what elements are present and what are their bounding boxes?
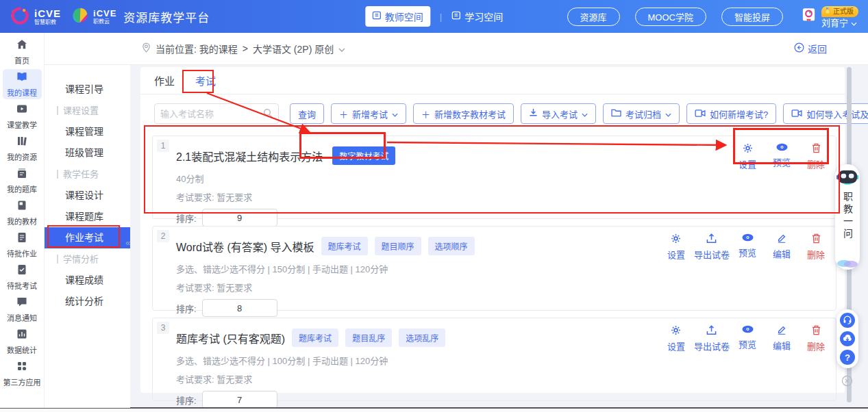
zhijiaoyun-logo-icon xyxy=(71,6,89,27)
platform-title: 资源库教学平台 xyxy=(123,8,210,25)
brand2-name: iCVE xyxy=(93,9,116,18)
rail-item-classroom-teaching[interactable]: 课堂教学 xyxy=(3,101,42,131)
rail-item-pending-homework[interactable]: 待批作业 xyxy=(3,230,42,260)
exam-requirement: 考试要求: 暂无要求 xyxy=(176,281,825,294)
how-to-import-exam-button[interactable]: 如何导入考试及归档? xyxy=(783,103,868,124)
exam-card-1: 1 2.1装配式混凝土结构表示方法 数字教材考试 40分制 考试要求: 暂无要求… xyxy=(152,136,836,219)
folder-icon xyxy=(611,109,621,119)
settings-button[interactable]: 设置 xyxy=(730,143,765,170)
exam-index: 2 xyxy=(157,230,169,242)
edit-icon xyxy=(777,325,786,335)
chevron-down-icon[interactable] xyxy=(338,43,345,54)
sidebar-section-learning-analysis: 学情分析 xyxy=(45,248,130,270)
exam-title[interactable]: Word试卷 (有答案) 导入模板 xyxy=(176,238,314,255)
rail-item-my-resources[interactable]: 我的资源 xyxy=(3,133,42,164)
exam-search[interactable] xyxy=(154,103,279,124)
exam-index: 1 xyxy=(157,140,169,152)
sort-input[interactable] xyxy=(202,209,277,227)
tab-homework[interactable]: 作业 xyxy=(154,73,175,88)
exam-archive-button[interactable]: 考试归档 xyxy=(603,103,680,124)
resource-library-button[interactable]: 资源库 xyxy=(567,8,620,26)
medal-icon xyxy=(824,8,831,16)
plus-icon: ＋ xyxy=(421,107,430,120)
rail-item-home[interactable]: 首页 xyxy=(3,37,42,67)
breadcrumb-bar: 当前位置: 我的课程 > 大学语文 (2P) 原创 返回 xyxy=(45,33,868,65)
sidebar-item-homework-exam[interactable]: 作业考试 xyxy=(45,227,130,248)
badge-option-order: 选项顺序 xyxy=(428,237,475,255)
learn-space-icon xyxy=(451,11,460,22)
statistics-icon xyxy=(16,328,28,342)
import-exam-button[interactable]: 导入考试 xyxy=(521,103,596,124)
edit-button[interactable]: 编辑 xyxy=(765,325,799,352)
sidebar-item-course-question-bank[interactable]: 课程题库 xyxy=(45,206,130,227)
nav-learn-space[interactable]: 学习空间 xyxy=(451,10,503,23)
breadcrumb: 当前位置: 我的课程 xyxy=(156,42,238,55)
smart-cast-button[interactable]: 智能投屏 xyxy=(721,8,783,26)
nav-teacher-space[interactable]: 教师空间 xyxy=(365,6,430,27)
classroom-video-icon xyxy=(16,103,28,116)
rail-item-data-statistics[interactable]: 数据统计 xyxy=(3,326,42,357)
certificate-icon[interactable] xyxy=(802,8,815,25)
course-sidebar: 课程引导 课程设置 课程管理 班级管理 教学任务 课程设计 课程题库 作业考试 … xyxy=(45,65,130,408)
settings-button[interactable]: 设置 xyxy=(659,233,693,261)
sort-input[interactable] xyxy=(202,391,277,409)
search-input[interactable] xyxy=(160,109,263,119)
nav-divider: | xyxy=(440,12,442,22)
chevron-down-icon xyxy=(851,18,857,27)
rail-item-my-courses[interactable]: 我的课程 xyxy=(3,69,42,99)
add-exam-button[interactable]: ＋ 新增考试 xyxy=(331,103,406,124)
trash-icon xyxy=(812,233,821,244)
delete-button[interactable]: 删除 xyxy=(799,143,833,170)
message-icon xyxy=(16,296,28,309)
assistant-waves-icon xyxy=(837,258,858,270)
customer-service-button[interactable] xyxy=(840,313,855,328)
sidebar-item-course-design[interactable]: 课程设计 xyxy=(45,185,130,206)
add-digital-textbook-exam-button[interactable]: ＋ 新增数字教材考试 xyxy=(413,103,514,124)
delete-button[interactable]: 删除 xyxy=(799,325,833,352)
exam-index: 3 xyxy=(157,322,169,334)
left-icon-rail: 首页 我的课程 课堂教学 我的资源 我的题库 我的教材 待批作业 待批考试 消息… xyxy=(0,33,45,408)
rail-item-my-textbooks[interactable]: 我的教材 xyxy=(3,198,42,228)
brand2-sub: 职教云 xyxy=(93,19,116,25)
question-icon: ? xyxy=(845,352,850,363)
zhijiaoyun-logo: iCVE 职教云 xyxy=(71,6,116,27)
how-to-add-exam-button[interactable]: 如何新增考试? xyxy=(686,103,776,124)
back-button[interactable]: 返回 xyxy=(794,42,827,55)
sidebar-item-course-grades[interactable]: 课程成绩 xyxy=(45,270,130,291)
breadcrumb-current-course[interactable]: 大学语文 (2P) 原创 xyxy=(253,42,334,55)
settings-button[interactable]: 设置 xyxy=(659,325,693,352)
assistant-widget[interactable]: 职教一问 xyxy=(835,164,860,270)
rail-item-pending-exams[interactable]: 待批考试 xyxy=(3,262,42,292)
edit-button[interactable]: 编辑 xyxy=(765,233,799,261)
sidebar-item-class-management[interactable]: 班级管理 xyxy=(45,142,130,164)
rail-item-notifications[interactable]: 消息通知 xyxy=(3,294,42,324)
exam-actions: 设置 导出试卷 预览 编辑 删除 xyxy=(659,325,833,352)
preview-button[interactable]: 预览 xyxy=(730,233,765,261)
download-button[interactable] xyxy=(840,331,855,346)
rail-item-third-party-apps[interactable]: 第三方应用 xyxy=(3,359,42,389)
badge-question-order: 题目顺序 xyxy=(375,237,421,255)
export-paper-button[interactable]: 导出试卷 xyxy=(693,233,730,261)
breadcrumb-separator: > xyxy=(243,43,248,54)
exam-title[interactable]: 题库考试 (只有客观题) xyxy=(176,330,285,346)
sidebar-item-course-management[interactable]: 课程管理 xyxy=(45,121,130,142)
sidebar-item-statistical-analysis[interactable]: 统计分析 xyxy=(45,291,130,312)
help-button[interactable]: ? xyxy=(840,350,855,365)
user-menu[interactable]: 刘育宁 xyxy=(821,18,857,27)
close-circle-icon[interactable] xyxy=(841,375,853,389)
sidebar-collapse-icon[interactable]: « xyxy=(125,237,130,248)
preview-button[interactable]: 预览 xyxy=(730,325,765,352)
preview-button[interactable]: 预览 xyxy=(765,143,799,170)
home-icon xyxy=(16,38,28,52)
sort-input[interactable] xyxy=(202,299,277,317)
delete-button[interactable]: 删除 xyxy=(799,233,833,261)
mooc-academy-button[interactable]: MOOC学院 xyxy=(635,8,706,26)
export-paper-button[interactable]: 导出试卷 xyxy=(693,325,730,352)
sidebar-item-course-guide[interactable]: 课程引导 xyxy=(45,79,130,100)
exam-title[interactable]: 2.1装配式混凝土结构表示方法 xyxy=(176,148,323,164)
query-button[interactable]: 查询 xyxy=(290,103,324,124)
tab-exam[interactable]: 考试 xyxy=(195,73,216,88)
video-icon xyxy=(791,109,802,119)
rail-item-my-question-bank[interactable]: 我的题库 xyxy=(3,166,42,196)
top-bar: iCVE 智慧职教 iCVE 职教云 资源库教学平台 教师空间 | 学习空间 资… xyxy=(0,0,868,33)
